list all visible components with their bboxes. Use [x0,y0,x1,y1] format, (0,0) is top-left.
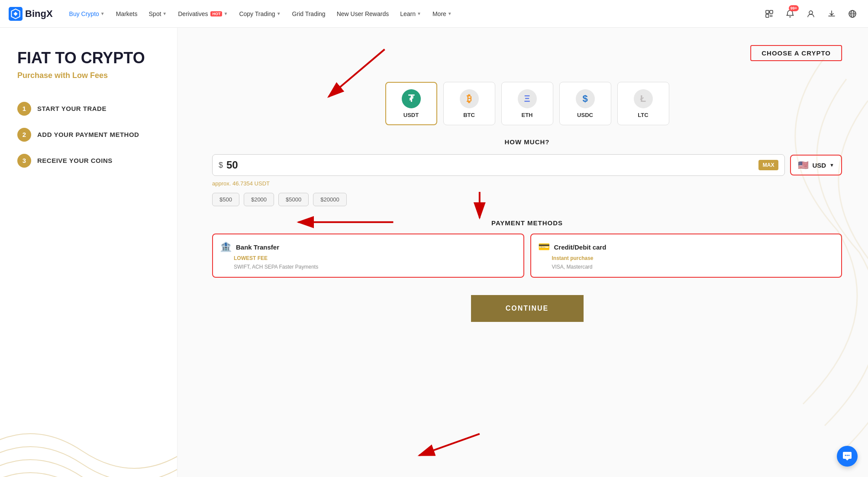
ltc-icon: Ł [634,89,653,108]
eth-icon: Ξ [518,89,537,108]
continue-button[interactable]: CONTINUE [471,295,584,322]
preset-20000[interactable]: $20000 [313,193,346,206]
bank-transfer-header: 🏦 Bank Transfer [220,241,516,253]
nav-derivatives[interactable]: Derivatives HOT ▼ [174,8,232,20]
svg-rect-4 [770,15,771,16]
amount-input[interactable] [226,159,261,171]
step-3-label: RECEIVE YOUR COINS [37,157,113,164]
step-1: 1 START YOUR TRADE [17,102,160,116]
step-2-label: ADD YOUR PAYMENT METHOD [37,131,139,138]
crypto-usdt[interactable]: ₮ USDT [385,82,437,125]
svg-point-14 [849,455,850,456]
currency-caret: ▼ [829,162,834,168]
usdt-icon: ₮ [402,89,421,108]
nav-right: 99+ [762,7,859,21]
preset-5000[interactable]: $5000 [278,193,309,206]
crypto-eth[interactable]: Ξ ETH [501,82,553,125]
currency-flag: 🇺🇸 [798,160,809,170]
ltc-label: LTC [638,112,648,118]
hot-badge: HOT [210,11,222,16]
card-payment-header: 💳 Credit/Debit card [538,241,835,253]
bank-transfer-name: Bank Transfer [236,243,279,251]
svg-rect-1 [766,10,769,13]
payment-grid: 🏦 Bank Transfer LOWEST FEE SWIFT, ACH SE… [212,234,842,278]
crypto-usdc[interactable]: $ USDC [559,82,611,125]
continue-wrap: CONTINUE [212,291,842,322]
notification-badge: 99+ [789,5,799,12]
step-3-number: 3 [17,154,31,168]
notifications-button[interactable]: 99+ [783,7,797,21]
svg-rect-5 [771,15,772,16]
language-button[interactable] [845,7,859,21]
eth-label: ETH [522,112,533,118]
bank-transfer-detail: SWIFT, ACH SEPA Faster Payments [234,264,516,270]
nav-markets[interactable]: Markets [112,8,142,20]
currency-label: USD [812,162,826,169]
svg-rect-7 [771,16,772,17]
navbar: BingX Buy Crypto ▼ Markets Spot ▼ Deriva… [0,0,868,28]
currency-select[interactable]: 🇺🇸 USD ▼ [790,155,842,175]
nav-learn[interactable]: Learn ▼ [396,8,426,20]
card-icon: 💳 [538,241,550,253]
main-layout: FIAT TO CRYPTO Purchase with Low Fees 1 … [0,28,868,477]
bank-icon: 🏦 [220,241,232,253]
nav-spot[interactable]: Spot ▼ [145,8,171,20]
bank-transfer-sub: LOWEST FEE [234,255,516,261]
chat-bubble[interactable] [837,446,858,467]
btc-icon: ₿ [460,89,479,108]
logo[interactable]: BingX [9,7,53,21]
nav-grid-trading[interactable]: Grid Trading [288,8,330,20]
step-3: 3 RECEIVE YOUR COINS [17,154,160,168]
card-payment-sub: Instant purchase [552,255,835,261]
dollar-sign: $ [219,161,223,170]
max-button[interactable]: MAX [758,160,779,170]
usdc-icon: $ [576,89,595,108]
card-payment-name: Credit/Debit card [554,243,607,251]
nav-buy-crypto[interactable]: Buy Crypto ▼ [65,8,109,20]
amount-input-wrap[interactable]: $ MAX [212,154,785,176]
amount-row: $ MAX 🇺🇸 USD ▼ [212,154,842,176]
spot-caret: ▼ [162,11,167,16]
preset-500[interactable]: $500 [212,193,239,206]
step-1-label: START YOUR TRADE [37,105,106,112]
derivatives-caret: ▼ [223,11,228,16]
svg-rect-6 [770,16,771,17]
steps: 1 START YOUR TRADE 2 ADD YOUR PAYMENT ME… [17,102,160,168]
step-1-number: 1 [17,102,31,116]
more-caret: ▼ [448,11,452,16]
profile-button[interactable] [804,7,818,21]
logo-text: BingX [25,8,53,19]
nav-more[interactable]: More ▼ [428,8,456,20]
card-payment-detail: VISA, Mastercard [552,264,835,270]
bank-transfer-card[interactable]: 🏦 Bank Transfer LOWEST FEE SWIFT, ACH SE… [212,234,524,278]
crypto-ltc[interactable]: Ł LTC [617,82,669,125]
step-2: 2 ADD YOUR PAYMENT METHOD [17,128,160,142]
payment-methods-label: PAYMENT METHODS [212,219,842,227]
svg-point-13 [847,455,848,456]
download-button[interactable] [825,7,839,21]
svg-rect-3 [766,14,769,17]
svg-point-8 [809,11,813,14]
usdc-label: USDC [577,112,593,118]
btc-label: BTC [463,112,475,118]
sidebar-title: FIAT TO CRYPTO [17,49,160,67]
qr-scan-button[interactable] [762,7,776,21]
how-much-label: HOW MUCH? [212,138,842,146]
copy-trading-caret: ▼ [277,11,281,16]
approx-text: approx. 46.7354 USDT [212,180,842,187]
choose-crypto-label: CHOOSE A CRYPTO [750,45,842,61]
preset-amounts: $500 $2000 $5000 $20000 [212,193,842,206]
nav-copy-trading[interactable]: Copy Trading ▼ [235,8,285,20]
crypto-grid: ₮ USDT ₿ BTC Ξ ETH $ USDC Ł LTC [212,82,842,125]
content-area: CHOOSE A CRYPTO ₮ USDT ₿ BTC Ξ ETH $ USD… [177,28,868,477]
sidebar: FIAT TO CRYPTO Purchase with Low Fees 1 … [0,28,177,477]
buy-crypto-caret: ▼ [100,11,105,16]
card-payment-card[interactable]: 💳 Credit/Debit card Instant purchase VIS… [530,234,842,278]
crypto-btc[interactable]: ₿ BTC [443,82,495,125]
nav-new-user-rewards[interactable]: New User Rewards [332,8,394,20]
step-2-number: 2 [17,128,31,142]
preset-2000[interactable]: $2000 [244,193,274,206]
nav-items: Buy Crypto ▼ Markets Spot ▼ Derivatives … [65,8,762,20]
svg-point-12 [845,455,846,456]
usdt-label: USDT [403,112,419,118]
